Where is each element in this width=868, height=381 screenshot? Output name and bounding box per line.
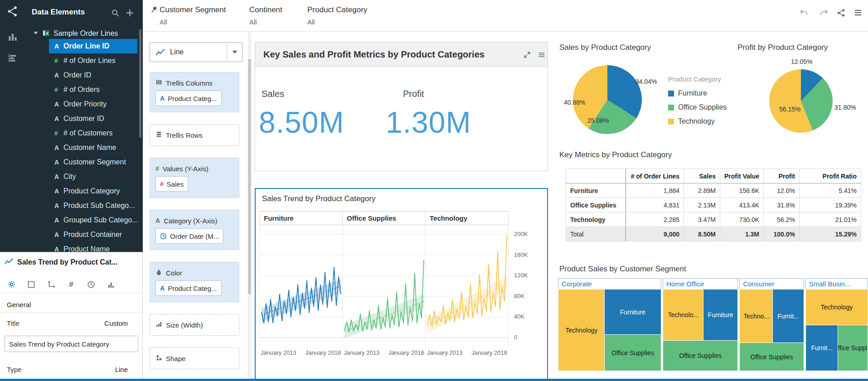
pie-slice-label: 34.04%: [635, 78, 657, 85]
date-settings-icon[interactable]: [86, 280, 96, 289]
treemap-group-small-busin[interactable]: Small Busin...TechnologyFurnit...Office …: [805, 278, 868, 371]
pill-product-categ[interactable]: AProduct Categ...: [155, 91, 222, 106]
trend-plot-furniture[interactable]: [260, 225, 343, 347]
pie-slice-label: 31.80%: [834, 104, 856, 111]
field-of-orders[interactable]: ## of Orders: [49, 82, 137, 97]
legend-item-furniture[interactable]: Furniture: [668, 89, 727, 97]
grammar-section-category-x-axis[interactable]: ACategory (X-Axis)Order Date (M...: [150, 210, 239, 250]
field-order-priority[interactable]: AOrder Priority: [49, 97, 137, 111]
field-of-order-lines[interactable]: ## of Order Lines: [49, 53, 137, 68]
chart-type-dropdown[interactable]: Line: [150, 42, 242, 62]
undo-icon[interactable]: [798, 7, 809, 18]
table-row-furniture[interactable]: Furniture1,8842.89M156.6K12.0%5.41%: [566, 183, 861, 198]
legend-item-office-supplies[interactable]: Office Supplies: [668, 103, 727, 111]
field-grouped-sub-catego[interactable]: AGrouped Sub Catego...: [49, 213, 137, 227]
redo-icon[interactable]: [818, 7, 829, 18]
pill-order-date-m[interactable]: Order Date (M...: [155, 228, 223, 244]
field-product-category[interactable]: AProduct Category: [49, 184, 137, 198]
grammar-panel-scrollbar[interactable]: [248, 32, 251, 381]
grammar-section-trellis-columns[interactable]: Trellis ColumnsAProduct Categ...: [150, 72, 239, 112]
treemap-tile-technology[interactable]: Technology: [558, 289, 605, 371]
analytics-icon[interactable]: [7, 53, 19, 65]
treemap-tile-office-suppl[interactable]: Office Suppl...: [838, 325, 868, 371]
bottom-accent-bar: [0, 379, 868, 381]
table-cell: 730.0K: [720, 212, 764, 227]
table-row-total[interactable]: Total9,0008.50M1.3M100.0%15.29%: [566, 227, 861, 241]
dataset-row[interactable]: X Sample Order Lines: [25, 28, 143, 39]
treemap-tile-office-supplies[interactable]: Office Supplies: [605, 335, 661, 371]
property-value-dropdown[interactable]: Line: [115, 366, 128, 373]
trellis-column-header-furniture: Furniture: [260, 212, 343, 225]
field-customer-segment[interactable]: ACustomer Segment: [49, 155, 137, 169]
treemap-tile-technology[interactable]: Technology: [806, 289, 868, 325]
general-settings-icon[interactable]: [6, 280, 16, 289]
trend-plot-office-supplies[interactable]: [343, 225, 426, 347]
pill-sales[interactable]: #Sales: [155, 176, 188, 192]
tile-menu-icon[interactable]: [538, 51, 545, 60]
grammar-section-values-y-axis[interactable]: #Values (Y-Axis)#Sales: [150, 158, 239, 198]
values-settings-icon[interactable]: #: [66, 280, 76, 289]
grammar-section-color[interactable]: ColorAProduct Categ...: [150, 262, 239, 302]
metrics-table[interactable]: # of Order LinesSalesProfit ValueProfitP…: [566, 169, 861, 241]
field-product-container[interactable]: AProduct Container: [49, 227, 137, 242]
property-value-dropdown[interactable]: Custom: [104, 319, 128, 327]
data-panel-scrollbar[interactable]: [139, 29, 141, 138]
field-product-name[interactable]: AProduct Name: [49, 242, 137, 252]
pill-product-categ[interactable]: AProduct Categ...: [155, 280, 222, 296]
table-cell: 156.6K: [720, 183, 764, 198]
treemap-group-label: Small Busin...: [806, 279, 868, 289]
y-axis-tick: 160K: [514, 251, 528, 258]
title-text-input[interactable]: [5, 336, 138, 352]
field-of-customers[interactable]: ## of Customers: [49, 126, 137, 140]
treemap-tile-furniture[interactable]: Furniture: [605, 289, 661, 335]
field-customer-name[interactable]: ACustomer Name: [49, 140, 137, 155]
shape-icon: [155, 354, 162, 362]
treemap-tile-office-supplies[interactable]: Office Supplies: [740, 343, 803, 371]
filter-customer-segment[interactable]: Customer SegmentAll: [150, 5, 226, 26]
legend-item-technology[interactable]: Technology: [668, 117, 727, 125]
add-data-icon[interactable]: [126, 9, 134, 18]
search-icon[interactable]: [112, 9, 119, 18]
data-sources-icon[interactable]: [7, 5, 19, 19]
maximize-icon[interactable]: [524, 51, 531, 60]
treemap-tile-techno[interactable]: Techno...: [740, 289, 773, 343]
treemap-tile-furnit[interactable]: Furnit...: [806, 325, 838, 371]
treemap-group-home-office[interactable]: Home OfficeTechnolo...FurnitureOffice Su…: [663, 278, 738, 371]
kpi-tile-title: Key Sales and Profit Metrics by Product …: [263, 49, 485, 60]
analytics-settings-icon[interactable]: [106, 280, 116, 289]
treemap-tile-furnit[interactable]: Furnit...: [773, 289, 803, 343]
treemap-tile-technolo[interactable]: Technolo...: [663, 289, 703, 341]
treemap-tile-office-supplies[interactable]: Office Supplies: [663, 341, 737, 371]
field-order-id[interactable]: AOrder ID: [49, 68, 137, 82]
frame-settings-icon[interactable]: [26, 280, 36, 289]
filter-product-category[interactable]: Product CategoryAll: [307, 5, 367, 26]
trend-tile-selected[interactable]: Sales Trend by Product Category Furnitur…: [255, 188, 548, 381]
trend-plot-technology[interactable]: [426, 225, 509, 347]
grammar-section-shape[interactable]: Shape: [150, 347, 239, 369]
table-row-office-supplies[interactable]: Office Supplies4,8312.13M413.4K31.8%19.3…: [566, 198, 861, 212]
filter-continent[interactable]: ContinentAll: [249, 5, 282, 26]
visualizations-icon[interactable]: [7, 31, 19, 43]
property-label: Title: [7, 319, 19, 327]
treemap-group-consumer[interactable]: ConsumerTechno...Furnit...Office Supplie…: [739, 278, 804, 371]
field-order-line-id[interactable]: AOrder Line ID: [49, 39, 137, 53]
field-label: Product Sub Catego...: [63, 202, 135, 210]
x-axis-labels: January 2013January 2018January 2013Janu…: [259, 349, 509, 356]
axis-settings-icon[interactable]: [46, 280, 56, 289]
scrollbar-thumb[interactable]: [248, 59, 251, 294]
share-icon[interactable]: [835, 7, 846, 18]
field-customer-id[interactable]: ACustomer ID: [49, 111, 137, 126]
treemap-tile-furniture[interactable]: Furniture: [703, 289, 738, 341]
profit-pie-chart[interactable]: [769, 69, 833, 133]
field-product-sub-catego[interactable]: AProduct Sub Catego...: [49, 198, 137, 213]
field-city[interactable]: ACity: [49, 169, 137, 184]
legend-swatch: [668, 105, 674, 111]
collapse-triangle-icon[interactable]: [34, 32, 38, 34]
treemap-group-corporate[interactable]: CorporateTechnologyFurnitureOffice Suppl…: [558, 278, 661, 371]
grammar-section-label: Trellis Rows: [166, 131, 203, 139]
grammar-section-size-width[interactable]: Size (Width): [150, 314, 239, 336]
kpi-tile[interactable]: Key Sales and Profit Metrics by Product …: [255, 42, 548, 171]
table-row-technology[interactable]: Technology2,2853.47M730.0K56.2%21.01%: [566, 212, 861, 227]
menu-icon[interactable]: [853, 7, 863, 18]
grammar-section-trellis-rows[interactable]: Trellis Rows: [150, 124, 239, 146]
